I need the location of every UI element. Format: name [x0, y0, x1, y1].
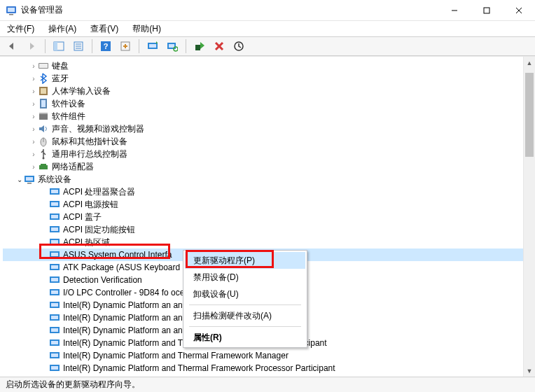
scrollbar-track[interactable]: [524, 69, 535, 365]
tree-node-keyboard[interactable]: ›键盘: [3, 59, 523, 72]
statusbar: 启动所选设备的更新驱动程序向导。: [0, 377, 535, 392]
chip-icon: [49, 186, 60, 197]
chip-icon: [49, 211, 60, 223]
svg-rect-21: [195, 45, 200, 50]
svg-rect-40: [27, 183, 32, 184]
hid-icon: [38, 85, 49, 97]
menu-help[interactable]: 帮助(H): [130, 22, 164, 36]
vertical-scrollbar[interactable]: ▲ ▼: [523, 57, 535, 377]
chip-icon: [49, 325, 60, 336]
scan-hardware-tool-button[interactable]: [165, 38, 180, 54]
tree-label: 软件设备: [52, 98, 85, 110]
tree-label: 蓝牙: [52, 73, 69, 85]
tree-node-software-component[interactable]: ›软件组件: [3, 110, 523, 122]
tree-node-mouse[interactable]: ›鼠标和其他指针设备: [3, 135, 523, 148]
tree-node-child[interactable]: ACPI 固定功能按钮: [3, 223, 523, 236]
svg-rect-19: [169, 44, 174, 48]
chip-icon: [49, 274, 60, 286]
svg-rect-39: [26, 177, 33, 181]
scroll-up-arrow-icon[interactable]: ▲: [524, 57, 536, 69]
svg-rect-4: [484, 8, 489, 13]
back-button[interactable]: [4, 38, 20, 54]
chip-icon: [49, 312, 60, 323]
tree-node-child[interactable]: ACPI 热区域: [3, 236, 523, 248]
expand-icon[interactable]: ›: [29, 62, 38, 70]
tree-node-child[interactable]: Intel(R) Dynamic Platform and Thermal Fr…: [3, 362, 523, 374]
tree-node-hid[interactable]: ›人体学输入设备: [3, 85, 523, 97]
expand-icon[interactable]: ›: [29, 125, 38, 133]
audio-icon: [38, 123, 49, 134]
expand-icon[interactable]: ›: [29, 138, 38, 146]
expand-icon[interactable]: ›: [29, 113, 38, 120]
svg-rect-36: [39, 165, 48, 169]
scroll-down-arrow-icon[interactable]: ▼: [524, 365, 536, 377]
update-driver-tool-button[interactable]: [145, 38, 160, 54]
action-tool-button[interactable]: [118, 38, 133, 54]
context-uninstall-device[interactable]: 卸载设备(U): [185, 286, 305, 302]
context-item-label: 属性(R): [193, 332, 222, 344]
expand-icon[interactable]: ›: [29, 150, 38, 158]
tree-node-network[interactable]: ›网络适配器: [3, 160, 523, 173]
chip-icon: [49, 224, 60, 235]
uninstall-device-tool-button[interactable]: [211, 38, 227, 54]
tree-label: Intel(R) Dynamic Platform an ant: [63, 326, 185, 335]
svg-rect-66: [51, 341, 58, 344]
svg-rect-32: [39, 113, 48, 114]
tree-node-child[interactable]: ACPI 盖子: [3, 211, 523, 223]
svg-rect-17: [149, 44, 156, 48]
context-update-driver[interactable]: 更新驱动程序(P): [185, 252, 305, 269]
chip-icon: [49, 363, 60, 374]
svg-rect-30: [41, 100, 46, 107]
chip-icon: [49, 287, 60, 298]
tree-label: 软件组件: [52, 111, 85, 122]
close-button[interactable]: [503, 0, 535, 20]
window-controls: [438, 0, 535, 20]
tree-label: 键盘: [52, 60, 69, 72]
collapse-icon[interactable]: ⌄: [15, 176, 24, 183]
svg-rect-42: [51, 190, 58, 193]
maximize-button[interactable]: [471, 0, 503, 20]
forward-button[interactable]: [24, 38, 39, 54]
tree-node-child[interactable]: ACPI 处理器聚合器: [3, 186, 523, 198]
chip-icon: [49, 262, 60, 273]
expand-icon[interactable]: ›: [29, 88, 38, 95]
properties-tool-button[interactable]: [71, 38, 86, 54]
tree-node-child[interactable]: ACPI 电源按钮: [3, 198, 523, 211]
context-item-label: 卸载设备(U): [193, 288, 239, 300]
chip-icon: [49, 300, 60, 311]
scrollbar-thumb[interactable]: [525, 73, 534, 157]
svg-rect-50: [51, 240, 58, 244]
svg-rect-70: [51, 366, 58, 370]
menu-file[interactable]: 文件(F): [4, 22, 37, 36]
svg-rect-54: [51, 265, 58, 269]
svg-rect-8: [54, 42, 57, 50]
mouse-icon: [38, 136, 49, 147]
tree-label: Intel(R) Dynamic Platform and Thermal Fr…: [63, 363, 335, 373]
tree-node-child[interactable]: Intel(R) Dynamic Platform and Thermal Fr…: [3, 349, 523, 362]
tree-node-audio[interactable]: ›声音、视频和游戏控制器: [3, 122, 523, 135]
show-hide-tree-button[interactable]: [51, 38, 67, 54]
help-tool-button[interactable]: ?: [98, 38, 113, 54]
expand-icon[interactable]: ›: [29, 100, 38, 108]
expand-icon[interactable]: ›: [29, 75, 38, 83]
disable-device-tool-button[interactable]: [231, 38, 246, 54]
enable-device-tool-button[interactable]: [192, 38, 207, 54]
tree-label: 人体学输入设备: [52, 85, 111, 97]
tree-node-usb[interactable]: ›通用串行总线控制器: [3, 148, 523, 160]
menu-action[interactable]: 操作(A): [46, 22, 79, 36]
tree-label: Detection Verification: [63, 275, 142, 285]
svg-rect-26: [39, 64, 48, 68]
tree-label: ACPI 热区域: [63, 237, 110, 248]
tree-node-system-devices[interactable]: ⌄系统设备: [3, 173, 523, 186]
expand-icon[interactable]: ›: [29, 163, 38, 171]
menubar: 文件(F) 操作(A) 查看(V) 帮助(H): [0, 21, 535, 36]
menu-view[interactable]: 查看(V): [88, 22, 121, 36]
tree-node-software-device[interactable]: ›软件设备: [3, 97, 523, 110]
minimize-button[interactable]: [438, 0, 471, 20]
svg-rect-31: [39, 114, 48, 120]
tree-node-bluetooth[interactable]: ›蓝牙: [3, 72, 523, 85]
context-properties[interactable]: 属性(R): [185, 329, 305, 346]
tree-label: ACPI 处理器聚合器: [63, 186, 135, 198]
context-scan-hardware[interactable]: 扫描检测硬件改动(A): [185, 307, 305, 324]
context-disable-device[interactable]: 禁用设备(D): [185, 269, 305, 286]
